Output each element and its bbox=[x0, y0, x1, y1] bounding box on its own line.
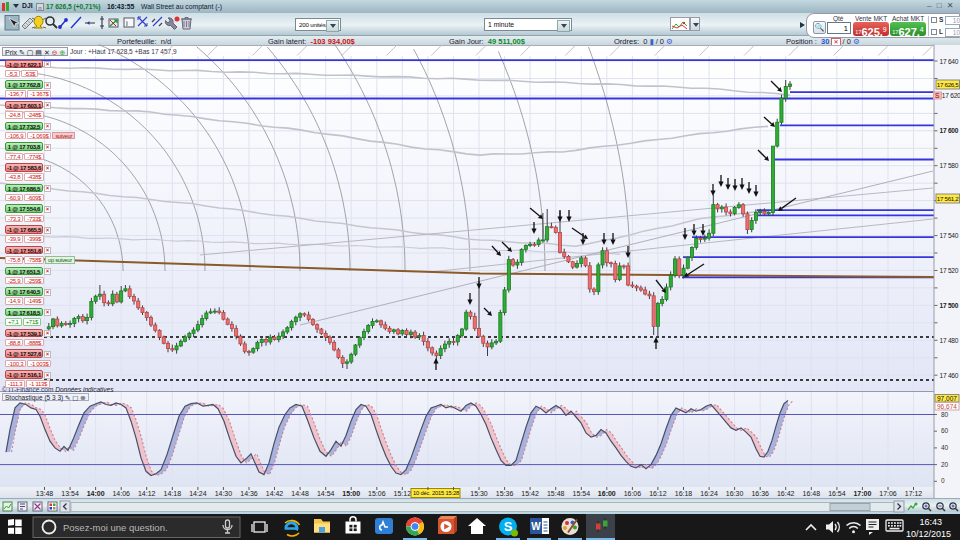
svg-text:17 620: 17 620 bbox=[942, 92, 960, 99]
svg-text:10/12/2015: 10/12/2015 bbox=[906, 529, 951, 539]
svg-text:W: W bbox=[531, 521, 541, 532]
svg-text:0: 0 bbox=[941, 477, 945, 484]
svg-text:20: 20 bbox=[941, 461, 949, 468]
svg-text:15:06: 15:06 bbox=[368, 490, 386, 497]
svg-text:16:48: 16:48 bbox=[803, 490, 821, 497]
svg-text:15:42: 15:42 bbox=[521, 490, 539, 497]
svg-text:17 580: 17 580 bbox=[940, 162, 959, 169]
svg-text:15:36: 15:36 bbox=[496, 490, 514, 497]
svg-text:16:42: 16:42 bbox=[777, 490, 795, 497]
svg-text:14:48: 14:48 bbox=[291, 490, 309, 497]
svg-text:17 500: 17 500 bbox=[940, 302, 959, 309]
svg-text:80: 80 bbox=[941, 411, 949, 418]
svg-text:14:24: 14:24 bbox=[189, 490, 207, 497]
svg-text:14:30: 14:30 bbox=[215, 490, 233, 497]
svg-text:17 600: 17 600 bbox=[940, 127, 959, 134]
svg-text:16:24: 16:24 bbox=[700, 490, 718, 497]
svg-text:14:18: 14:18 bbox=[164, 490, 182, 497]
svg-text:S: S bbox=[935, 92, 940, 99]
svg-text:15:48: 15:48 bbox=[547, 490, 565, 497]
svg-text:14:06: 14:06 bbox=[112, 490, 130, 497]
svg-text:96,674: 96,674 bbox=[937, 403, 957, 410]
svg-text:40: 40 bbox=[941, 444, 949, 451]
svg-text:14:00: 14:00 bbox=[87, 490, 105, 497]
svg-text:14:36: 14:36 bbox=[240, 490, 258, 497]
svg-text:17:12: 17:12 bbox=[905, 490, 923, 497]
svg-text:16:30: 16:30 bbox=[726, 490, 744, 497]
svg-text:14:54: 14:54 bbox=[317, 490, 335, 497]
svg-text:15:12: 15:12 bbox=[394, 490, 412, 497]
svg-text:S: S bbox=[504, 519, 513, 534]
svg-text:16:43: 16:43 bbox=[919, 517, 942, 527]
svg-text:17:06: 17:06 bbox=[879, 490, 897, 497]
svg-text:17 626,5: 17 626,5 bbox=[937, 81, 960, 88]
svg-text:17 640: 17 640 bbox=[940, 58, 959, 65]
svg-text:16:12: 16:12 bbox=[649, 490, 667, 497]
svg-text:15:30: 15:30 bbox=[470, 490, 488, 497]
svg-text:17 520: 17 520 bbox=[940, 267, 959, 274]
svg-text:13:54: 13:54 bbox=[61, 490, 79, 497]
svg-text:14:42: 14:42 bbox=[266, 490, 284, 497]
svg-text:16:00: 16:00 bbox=[598, 490, 616, 497]
svg-text:97,007: 97,007 bbox=[937, 395, 957, 402]
svg-text:17:00: 17:00 bbox=[853, 490, 871, 497]
svg-text:15:00: 15:00 bbox=[342, 490, 360, 497]
svg-text:16:54: 16:54 bbox=[828, 490, 846, 497]
svg-text:16:36: 16:36 bbox=[751, 490, 769, 497]
svg-text:10 déc. 2015 15:28: 10 déc. 2015 15:28 bbox=[413, 490, 459, 496]
svg-text:17 540: 17 540 bbox=[940, 232, 959, 239]
svg-text:16:06: 16:06 bbox=[624, 490, 642, 497]
svg-text:14:12: 14:12 bbox=[138, 490, 156, 497]
svg-text:17 480: 17 480 bbox=[940, 337, 959, 344]
svg-text:Posez-moi une question.: Posez-moi une question. bbox=[63, 522, 168, 533]
svg-text:60: 60 bbox=[941, 427, 949, 434]
svg-text:17 561,2: 17 561,2 bbox=[937, 195, 960, 202]
svg-text:15:54: 15:54 bbox=[573, 490, 591, 497]
svg-text:16:18: 16:18 bbox=[675, 490, 693, 497]
svg-text:13:48: 13:48 bbox=[36, 490, 54, 497]
svg-text:17 460: 17 460 bbox=[940, 372, 959, 379]
